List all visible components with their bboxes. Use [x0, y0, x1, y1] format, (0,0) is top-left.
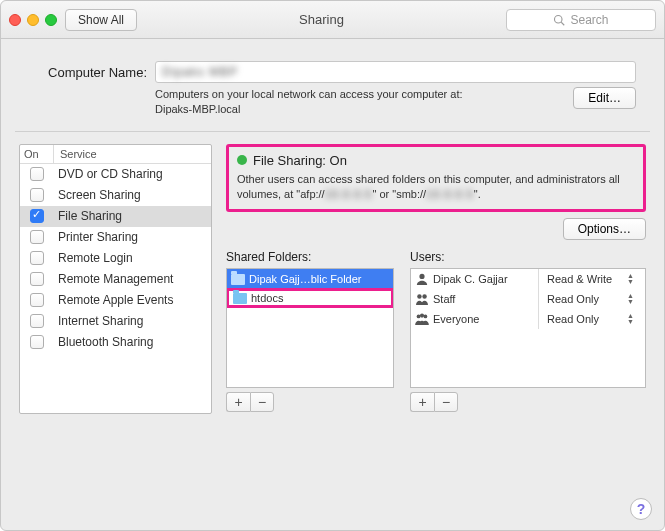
search-icon — [553, 14, 565, 26]
minimize-icon[interactable] — [27, 14, 39, 26]
user-name: Staff — [433, 293, 530, 305]
svg-point-7 — [424, 315, 428, 319]
users-list[interactable]: Dipak C. Gajjar Read & Write▲▼ Staff Rea… — [410, 268, 646, 388]
main-area: On Service DVD or CD Sharing Screen Shar… — [15, 144, 650, 414]
service-remote-apple-events[interactable]: Remote Apple Events — [20, 290, 211, 311]
lower-area: Shared Folders: Dipak Gajj…blic Folder h… — [226, 250, 646, 412]
remove-folder-button[interactable]: − — [250, 392, 274, 412]
status-title: File Sharing: On — [253, 153, 347, 168]
user-name: Everyone — [433, 313, 530, 325]
service-label: Internet Sharing — [54, 314, 211, 328]
service-internet-sharing[interactable]: Internet Sharing — [20, 311, 211, 332]
folder-name: htdocs — [251, 292, 283, 304]
window-controls — [9, 14, 57, 26]
service-label: Bluetooth Sharing — [54, 335, 211, 349]
options-button[interactable]: Options… — [563, 218, 646, 240]
services-list: On Service DVD or CD Sharing Screen Shar… — [19, 144, 212, 414]
user-icon — [415, 273, 429, 285]
service-label: Screen Sharing — [54, 188, 211, 202]
service-checkbox[interactable] — [30, 251, 44, 265]
service-checkbox[interactable] — [30, 314, 44, 328]
shared-folder-public[interactable]: Dipak Gajj…blic Folder — [227, 269, 393, 289]
service-label: Remote Management — [54, 272, 211, 286]
user-permission[interactable]: Read Only▲▼ — [547, 293, 641, 305]
service-screen-sharing[interactable]: Screen Sharing — [20, 185, 211, 206]
svg-point-5 — [417, 315, 421, 319]
users-pair-icon — [415, 293, 429, 305]
service-remote-management[interactable]: Remote Management — [20, 269, 211, 290]
stepper-icon[interactable]: ▲▼ — [627, 313, 639, 325]
shared-folders-addremove: + − — [226, 392, 394, 412]
computer-name-hint: Computers on your local network can acce… — [155, 87, 636, 117]
service-file-sharing[interactable]: File Sharing — [20, 206, 211, 227]
search-input[interactable]: Search — [506, 9, 656, 31]
hint-text: Computers on your local network can acce… — [155, 87, 557, 117]
status-box: File Sharing: On Other users can access … — [226, 144, 646, 213]
titlebar: Show All Sharing Search — [1, 1, 664, 39]
stepper-icon[interactable]: ▲▼ — [627, 273, 639, 285]
close-icon[interactable] — [9, 14, 21, 26]
services-header-on: On — [20, 145, 54, 163]
user-row[interactable]: Everyone Read Only▲▼ — [411, 309, 645, 329]
folder-name: Dipak Gajj…blic Folder — [249, 273, 361, 285]
folder-icon — [233, 293, 247, 304]
service-label: Remote Login — [54, 251, 211, 265]
content-area: Computer Name: Dipaks MBP Computers on y… — [1, 39, 664, 424]
shared-folders-label: Shared Folders: — [226, 250, 394, 264]
show-all-button[interactable]: Show All — [65, 9, 137, 31]
service-bluetooth-sharing[interactable]: Bluetooth Sharing — [20, 332, 211, 353]
sharing-prefs-window: Show All Sharing Search Computer Name: D… — [0, 0, 665, 531]
user-permission[interactable]: Read & Write▲▼ — [547, 273, 641, 285]
service-checkbox[interactable] — [30, 230, 44, 244]
service-checkbox[interactable] — [30, 335, 44, 349]
separator — [15, 131, 650, 132]
users-column: Users: Dipak C. Gajjar Read & Write▲▼ St… — [410, 250, 646, 412]
service-checkbox[interactable] — [30, 167, 44, 181]
remove-user-button[interactable]: − — [434, 392, 458, 412]
window-title: Sharing — [137, 12, 506, 27]
computer-name-input[interactable]: Dipaks MBP — [155, 61, 636, 83]
status-description: Other users can access shared folders on… — [237, 172, 635, 202]
svg-point-2 — [419, 274, 424, 279]
shared-folder-htdocs[interactable]: htdocs — [226, 288, 394, 308]
service-remote-login[interactable]: Remote Login — [20, 248, 211, 269]
edit-button[interactable]: Edit… — [573, 87, 636, 109]
services-header-service: Service — [54, 145, 211, 163]
right-panel: File Sharing: On Other users can access … — [226, 144, 646, 414]
add-folder-button[interactable]: + — [226, 392, 250, 412]
user-name: Dipak C. Gajjar — [433, 273, 530, 285]
zoom-icon[interactable] — [45, 14, 57, 26]
services-header: On Service — [20, 145, 211, 164]
computer-name-row: Computer Name: Dipaks MBP — [29, 61, 636, 83]
help-button[interactable]: ? — [630, 498, 652, 520]
user-permission[interactable]: Read Only▲▼ — [547, 313, 641, 325]
folder-icon — [231, 274, 245, 285]
service-label: DVD or CD Sharing — [54, 167, 211, 181]
svg-line-1 — [562, 22, 565, 25]
status-line: File Sharing: On — [237, 153, 635, 168]
service-checkbox[interactable] — [30, 188, 44, 202]
svg-point-4 — [422, 295, 426, 299]
add-user-button[interactable]: + — [410, 392, 434, 412]
users-group-icon — [415, 313, 429, 325]
svg-point-3 — [417, 295, 421, 299]
status-dot-icon — [237, 155, 247, 165]
service-checkbox[interactable] — [30, 209, 44, 223]
users-addremove: + − — [410, 392, 646, 412]
service-label: Remote Apple Events — [54, 293, 211, 307]
shared-folders-list[interactable]: Dipak Gajj…blic Folder htdocs — [226, 268, 394, 388]
user-row[interactable]: Dipak C. Gajjar Read & Write▲▼ — [411, 269, 645, 289]
computer-name-value: Dipaks MBP — [162, 65, 238, 79]
service-label: File Sharing — [54, 209, 211, 223]
computer-name-label: Computer Name: — [29, 65, 147, 80]
service-checkbox[interactable] — [30, 293, 44, 307]
service-checkbox[interactable] — [30, 272, 44, 286]
service-dvd-sharing[interactable]: DVD or CD Sharing — [20, 164, 211, 185]
service-label: Printer Sharing — [54, 230, 211, 244]
svg-point-0 — [555, 15, 563, 23]
user-row[interactable]: Staff Read Only▲▼ — [411, 289, 645, 309]
svg-point-6 — [420, 314, 424, 318]
service-printer-sharing[interactable]: Printer Sharing — [20, 227, 211, 248]
options-row: Options… — [226, 218, 646, 240]
stepper-icon[interactable]: ▲▼ — [627, 293, 639, 305]
